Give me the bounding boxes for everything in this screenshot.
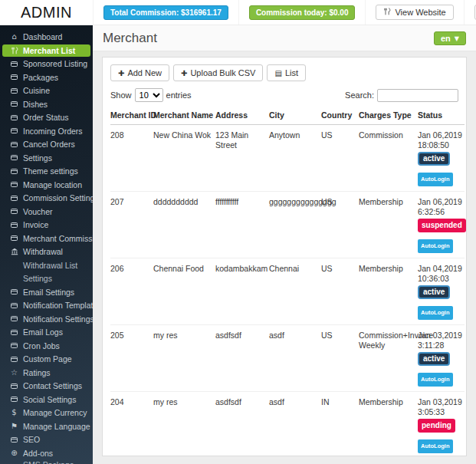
autologin-badge[interactable]: AutoLogin	[418, 439, 453, 453]
sidebar-item-email-settings[interactable]: Email Settings	[2, 286, 90, 298]
sidebar-item-sponsored-listing[interactable]: Sponsored Listing	[2, 58, 90, 70]
page-header: Merchant en ▼	[93, 25, 476, 51]
add-new-label: Add New	[127, 68, 162, 77]
commission-today-badge: Commission today: $0.00	[249, 5, 356, 20]
cell-city: Chennai	[269, 258, 321, 325]
entries-label: entries	[166, 90, 192, 100]
flag-icon: ⚑	[9, 423, 19, 430]
sidebar-item-label: Packages	[23, 73, 58, 82]
column-header-merchant-name: Merchant Name	[153, 107, 215, 125]
language-label: en	[441, 34, 451, 43]
sidebar-item-label: SEO	[23, 435, 40, 444]
topbar: ADMIN Total Commission: $316961.17 Commi…	[0, 0, 476, 25]
cell-name: my res	[153, 392, 215, 459]
sidebar-item-seo[interactable]: SEO	[2, 433, 90, 446]
status-time: 3:05:33	[418, 407, 462, 417]
add-new-button[interactable]: ✚ Add New	[110, 64, 169, 81]
card-icon	[9, 222, 19, 228]
sidebar-item-notification-settings[interactable]: Notification Settings	[2, 313, 90, 325]
table-row: 208New China Wok123 Main StreetAnytownUS…	[110, 125, 465, 192]
search-input[interactable]	[377, 89, 458, 102]
sidebar-item-email-logs[interactable]: Email Logs	[2, 326, 90, 338]
topbar-right: Total Commission: $316961.17 Commission …	[93, 0, 476, 25]
cell-country: US	[321, 459, 359, 464]
cell-city: asdf	[269, 325, 321, 392]
card-icon	[9, 303, 19, 308]
sidebar-item-ratings[interactable]: ☆Ratings	[2, 367, 90, 379]
sidebar-item-add-ons[interactable]: ⊕Add-ons	[2, 447, 90, 459]
sidebar-item-settings[interactable]: Settings	[2, 272, 90, 285]
status-badge: active	[418, 152, 450, 166]
status-time: 18:08:50	[418, 140, 462, 150]
merchant-table-body: 208New China Wok123 Main StreetAnytownUS…	[110, 125, 465, 464]
autologin-badge[interactable]: AutoLogin	[418, 239, 453, 253]
card-icon	[9, 289, 19, 295]
sidebar-item-commission-settings[interactable]: Commission Settings	[2, 192, 90, 204]
cell-id: 207	[110, 192, 153, 258]
sidebar-item-cuisine[interactable]: Cuisine	[2, 84, 90, 97]
cell-id: 205	[110, 325, 153, 392]
sidebar-item-invoice[interactable]: Invoice	[2, 219, 90, 231]
sidebar-item-label: Cancel Orders	[23, 140, 75, 149]
sidebar-item-label: Merchant Commission	[23, 234, 93, 243]
status-time: 6:32:56	[418, 207, 462, 217]
sidebar-item-dashboard[interactable]: ⌂Dashboard	[2, 31, 90, 43]
dollar-icon: $	[9, 409, 19, 416]
cell-status: Jan 04,201910:36:03activeAutoLogin	[418, 258, 465, 325]
cell-id: 203	[110, 459, 153, 464]
card-icon	[9, 330, 19, 335]
sidebar-item-social-settings[interactable]: Social Settings	[2, 393, 90, 406]
language-dropdown[interactable]: en ▼	[434, 31, 466, 45]
list-button[interactable]: ▤ List	[267, 64, 306, 81]
cutlery-icon	[383, 8, 391, 17]
status-date: Jan 06,2019	[418, 197, 462, 207]
sidebar-item-label: Incoming Orders	[23, 127, 83, 136]
status-badge: active	[418, 352, 450, 366]
sidebar-item-packages[interactable]: Packages	[2, 71, 90, 84]
cutlery-icon	[9, 47, 19, 54]
sidebar-item-cron-jobs[interactable]: Cron Jobs	[2, 340, 90, 352]
page-size-select[interactable]: 10	[135, 88, 163, 102]
cell-name: Tiffin	[153, 459, 215, 464]
autologin-badge[interactable]: AutoLogin	[418, 373, 453, 387]
page-title: Merchant	[103, 31, 157, 46]
sidebar-item-dishes[interactable]: Dishes	[2, 98, 90, 110]
card-icon	[9, 182, 19, 187]
sidebar-item-cancel-orders[interactable]: Cancel Orders	[2, 138, 90, 150]
sidebar-item-manage-currency[interactable]: $Manage Currency	[2, 406, 90, 419]
sidebar-item-label: Order Status	[23, 113, 69, 122]
sidebar-item-sms-package[interactable]: SMS Package	[2, 460, 90, 464]
autologin-badge[interactable]: AutoLogin	[418, 173, 453, 186]
list-label: List	[285, 68, 298, 77]
sidebar-item-label: Merchant List	[23, 46, 75, 55]
status-badge: suspended	[418, 219, 466, 232]
sidebar-item-incoming-orders[interactable]: Incoming Orders	[2, 125, 90, 137]
autologin-badge[interactable]: AutoLogin	[418, 306, 453, 320]
sidebar-item-withdrawal-list[interactable]: Withdrawal List	[2, 259, 90, 271]
sidebar-item-withdrawal[interactable]: Withdrawal	[2, 245, 90, 258]
cell-status: Jan 03,20193:05:33pendingAutoLogin	[418, 392, 465, 459]
status-badge: active	[418, 285, 450, 299]
column-header-address: Address	[215, 107, 269, 125]
sidebar-item-manage-location[interactable]: Manage location	[2, 179, 90, 191]
search-control: Search:	[345, 89, 458, 102]
sidebar-item-voucher[interactable]: Voucher	[2, 206, 90, 218]
sidebar-item-contact-settings[interactable]: Contact Settings	[2, 380, 90, 392]
cell-charges: Commission	[359, 125, 418, 192]
sidebar-item-label: Dashboard	[23, 32, 62, 41]
view-website-button[interactable]: View Website	[376, 5, 453, 20]
card-icon	[9, 74, 19, 80]
sidebar-item-notification-template[interactable]: Notification Template	[2, 299, 90, 311]
content: ✚ Add New ✚ Upload Bulk CSV ▤ List	[93, 51, 476, 464]
search-label: Search:	[345, 90, 374, 100]
sidebar-item-theme-settings[interactable]: Theme settings	[2, 165, 90, 177]
sidebar-item-settings[interactable]: Settings	[2, 152, 90, 164]
card-icon	[9, 316, 19, 321]
sidebar-item-custom-page[interactable]: Custom Page	[2, 353, 90, 365]
column-header-status: Status	[418, 107, 465, 125]
upload-bulk-csv-button[interactable]: ✚ Upload Bulk CSV	[173, 64, 263, 81]
sidebar-item-order-status[interactable]: Order Status	[2, 111, 90, 123]
sidebar-item-manage-language[interactable]: ⚑Manage Language	[2, 420, 90, 433]
sidebar-item-merchant-commission[interactable]: Merchant Commission	[2, 232, 90, 245]
sidebar-item-merchant-list[interactable]: Merchant List	[2, 44, 90, 57]
